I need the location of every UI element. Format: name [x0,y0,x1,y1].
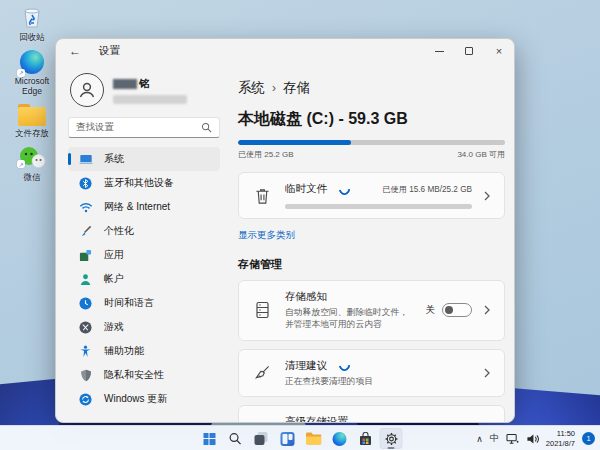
sidebar-item-label: Windows 更新 [104,392,167,406]
accessibility-icon [78,344,93,359]
apps-icon [78,248,93,263]
clock-time: 11:50 [546,429,575,438]
sidebar-item-system[interactable]: 系统 [68,147,220,171]
xbox-icon [78,320,93,335]
advanced-storage-card[interactable]: 高级存储设置 备份选项、存储空间、其他磁盘和卷 [238,405,505,423]
breadcrumb-separator: › [272,81,276,95]
desktop-icon-folder[interactable]: 文件存放 [4,104,60,139]
notification-badge[interactable]: 1 [582,432,595,445]
sidebar-item-gaming[interactable]: 游戏 [68,315,220,339]
start-button[interactable] [198,428,221,449]
search-icon [201,122,212,133]
breadcrumb: 系统 › 存储 [238,79,505,97]
sidebar-item-windows-update[interactable]: Windows 更新 [68,387,220,411]
trash-icon [251,187,273,205]
sidebar-item-accounts[interactable]: 帐户 [68,267,220,291]
store-button[interactable] [354,428,377,449]
cleanup-recommendations-card[interactable]: 清理建议 正在查找要清理的项目 [238,349,505,397]
temp-files-card[interactable]: 临时文件 已使用 15.6 MB/25.2 GB [238,172,505,219]
sidebar-item-label: 个性化 [104,224,134,238]
desktop-icons: 回收站 ↗ Microsoft Edge 文件存放 ↗ 微信 [4,4,60,189]
temp-files-bar [285,204,472,209]
storage-sense-toggle[interactable] [442,303,472,317]
sidebar-item-privacy[interactable]: 隐私和安全性 [68,363,220,387]
sidebar-item-apps[interactable]: 应用 [68,243,220,267]
volume-icon[interactable] [526,433,539,445]
widgets-button[interactable] [276,428,299,449]
window-title: 设置 [99,44,120,58]
sidebar-item-time-language[interactable]: 时间和语言 [68,291,220,315]
sidebar-item-label: 辅助功能 [104,344,144,358]
taskbar-search-button[interactable] [224,428,247,449]
sidebar-item-accessibility[interactable]: 辅助功能 [68,339,220,363]
advanced-title: 高级存储设置 [285,415,470,423]
sidebar-item-bluetooth[interactable]: 蓝牙和其他设备 [68,171,220,195]
loading-spinner [337,181,352,196]
maximize-button[interactable] [454,39,484,63]
disk-used-label: 已使用 25.2 GB [238,149,294,160]
sidebar-item-label: 网络 & Internet [104,200,170,214]
page-title: 本地磁盘 (C:) - 59.3 GB [238,109,505,130]
tray-overflow-chevron-icon[interactable]: ∧ [476,434,483,444]
desktop-icon-recycle-bin[interactable]: 回收站 [4,4,60,43]
bluetooth-icon [78,176,93,191]
blurred-user-email [113,95,187,104]
file-explorer-button[interactable] [302,428,325,449]
sidebar-item-label: 时间和语言 [104,296,154,310]
shield-icon [78,368,93,383]
ime-indicator[interactable]: 中 [490,432,499,445]
update-icon [78,392,93,407]
desktop-icon-label: 文件存放 [15,128,49,139]
disk-progress-fill [238,140,351,145]
loading-spinner [337,358,352,373]
breadcrumb-parent[interactable]: 系统 [238,79,265,97]
network-icon[interactable] [506,433,519,445]
storage-management-header: 存储管理 [238,257,505,272]
storage-sense-icon [251,301,273,319]
windows-logo-icon [203,433,215,445]
wifi-icon [78,200,93,215]
storage-sense-card[interactable]: 存储感知 自动释放空间、删除临时文件， 并管理本地可用的云内容 关 [238,280,505,341]
disk-free-label: 34.0 GB 可用 [457,149,505,160]
gear-icon [384,432,398,446]
minimize-button[interactable] [424,39,454,63]
shortcut-arrow-icon: ↗ [17,160,25,168]
back-icon[interactable]: ← [69,44,87,58]
chevron-right-icon [482,304,492,316]
user-profile[interactable]: 铭 [70,73,220,107]
taskbar-clock[interactable]: 11:50 2021/8/7 [546,429,575,448]
sidebar-item-label: 隐私和安全性 [104,368,164,382]
close-button[interactable]: × [484,39,514,63]
widgets-icon [280,432,294,446]
search-placeholder: 查找设置 [76,121,201,134]
taskbar: ∧ 中 11:50 2021/8/7 1 [0,425,600,450]
desktop-icon-edge[interactable]: ↗ Microsoft Edge [4,50,60,97]
edge-button[interactable] [328,428,351,449]
edge-icon [332,432,346,446]
folder-icon [18,104,46,126]
blurred-user-name [113,79,137,89]
sidebar-item-label: 蓝牙和其他设备 [104,176,174,190]
temp-files-title: 临时文件 [285,182,327,196]
settings-button[interactable] [380,428,403,449]
broom-icon [251,364,273,381]
sidebar-item-label: 应用 [104,248,124,262]
sidebar-item-network[interactable]: 网络 & Internet [68,195,220,219]
temp-files-usage: 已使用 15.6 MB/25.2 GB [382,184,472,195]
chevron-right-icon [482,367,492,379]
task-view-button[interactable] [250,428,273,449]
search-input[interactable]: 查找设置 [68,117,220,138]
sidebar-item-personalization[interactable]: 个性化 [68,219,220,243]
storage-sense-desc-2: 并管理本地可用的云内容 [285,319,382,329]
desktop-icon-wechat[interactable]: ↗ 微信 [4,146,60,183]
shortcut-arrow-icon: ↗ [17,69,25,77]
sidebar-nav: 系统 蓝牙和其他设备 网络 & Internet 个性化 [68,147,220,411]
settings-window: ← 设置 × 铭 查找设置 [55,38,515,423]
user-name-char: 铭 [139,77,150,91]
chevron-right-icon [482,190,492,202]
gear-icon [251,421,273,423]
sidebar: 铭 查找设置 系统 [56,63,230,422]
show-more-categories-link[interactable]: 显示更多类别 [238,229,505,242]
sidebar-item-label: 系统 [104,152,124,166]
clock-date: 2021/8/7 [546,439,575,448]
